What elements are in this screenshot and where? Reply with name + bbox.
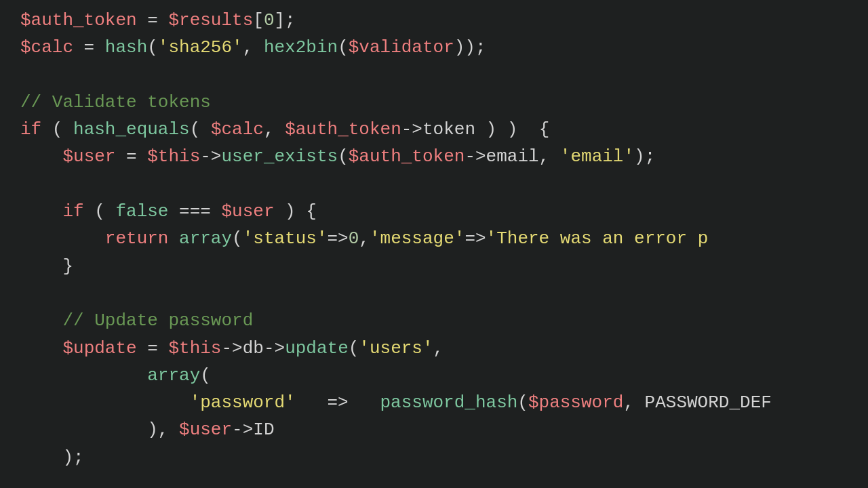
code-token: );	[20, 447, 84, 468]
code-token: return	[105, 228, 169, 249]
code-token: $auth_token	[285, 119, 401, 140]
code-token: ,	[264, 119, 285, 140]
code-line-line2: $calc = hash('sha256', hex2bin($validato…	[20, 34, 848, 61]
code-token: 'status'	[243, 228, 328, 249]
code-token: token	[422, 119, 475, 140]
code-line-line5: $user = $this->user_exists($auth_token->…	[20, 143, 848, 170]
code-token: ,	[243, 37, 264, 58]
code-token	[20, 365, 147, 386]
code-token: (	[84, 201, 116, 222]
code-line-line1: $auth_token = $results[0];	[20, 7, 848, 34]
code-token: $auth_token	[349, 146, 465, 167]
code-token: ===	[168, 201, 221, 222]
code-token: update	[285, 338, 349, 359]
code-line-line14: );	[20, 444, 848, 471]
code-token: ) {	[275, 201, 317, 222]
empty-line	[20, 62, 848, 89]
code-token: if	[20, 119, 41, 140]
code-token: ->	[264, 338, 285, 359]
code-token	[168, 228, 179, 249]
code-token	[20, 392, 190, 413]
code-token: =	[137, 10, 169, 30]
code-token: ) )	[475, 119, 517, 140]
code-token: ,	[359, 228, 370, 249]
code-token: 'message'	[370, 228, 465, 249]
code-token: hash_equals	[73, 119, 190, 140]
code-token: 'password'	[190, 392, 296, 413]
code-token: ->	[465, 146, 486, 167]
code-token: password_hash	[359, 392, 517, 413]
code-token: ));	[454, 37, 486, 58]
code-token: false	[115, 201, 168, 222]
code-token: ),	[20, 420, 179, 440]
code-token: ->	[401, 119, 422, 140]
code-token: (	[200, 365, 211, 386]
code-token: {	[517, 119, 549, 140]
code-token: 'users'	[359, 338, 433, 359]
code-token: (	[338, 37, 349, 58]
code-token: }	[20, 256, 73, 277]
code-token: =>	[328, 228, 349, 249]
code-token: $user	[62, 146, 115, 167]
code-token: =>	[465, 228, 486, 249]
code-token: PASSWORD_DEF	[645, 392, 772, 413]
code-line-line9: // Update password	[20, 307, 848, 334]
code-token	[20, 310, 62, 331]
code-token: array	[147, 365, 200, 386]
code-line-line12: 'password' => password_hash($password, P…	[20, 389, 848, 416]
code-line-line11: array(	[20, 362, 848, 389]
code-token: hex2bin	[264, 37, 338, 58]
code-token: (	[338, 146, 349, 167]
code-token: ,	[433, 338, 444, 359]
code-token: 'sha256'	[158, 37, 243, 58]
code-token	[20, 146, 62, 167]
code-token: ->	[221, 338, 242, 359]
code-token: array	[179, 228, 232, 249]
code-token: hash	[105, 37, 147, 58]
code-token: ->	[200, 146, 221, 167]
code-token: $auth_token	[20, 10, 137, 30]
code-token: $calc	[211, 119, 264, 140]
code-token: =	[73, 37, 105, 58]
code-token: =	[115, 146, 147, 167]
code-token: (	[232, 228, 243, 249]
code-token: // Validate tokens	[20, 92, 211, 113]
code-line-line10: $update = $this->db->update('users',	[20, 335, 848, 362]
code-token: $this	[147, 146, 200, 167]
code-token: $user	[179, 420, 232, 440]
code-token: (	[349, 338, 359, 359]
code-token: (	[517, 392, 528, 413]
code-token: // Update password	[62, 310, 253, 331]
code-token: [	[253, 10, 264, 30]
code-token: ->	[232, 420, 253, 440]
code-line-line6: if ( false === $user ) {	[20, 198, 848, 225]
code-line-line3: // Validate tokens	[20, 89, 848, 116]
code-token	[20, 338, 62, 359]
code-token: if	[62, 201, 83, 222]
code-token: =>	[296, 392, 359, 413]
code-token: =	[137, 338, 169, 359]
code-token: $results	[168, 10, 253, 30]
code-token: ,	[623, 392, 644, 413]
code-token: ID	[253, 420, 274, 440]
code-token: $calc	[20, 37, 73, 58]
empty-line	[20, 171, 848, 198]
code-token: $update	[62, 338, 136, 359]
code-token: (	[190, 119, 211, 140]
empty-line	[20, 280, 848, 307]
code-token: $this	[168, 338, 221, 359]
code-token	[20, 201, 62, 222]
code-block: $auth_token = $results[0];$calc = hash('…	[20, 7, 848, 471]
code-token: 'email'	[560, 146, 634, 167]
code-line-line8: }	[20, 253, 848, 280]
code-token: (	[147, 37, 158, 58]
code-line-line13: ), $user->ID	[20, 416, 848, 443]
code-token: (	[41, 119, 73, 140]
code-editor: $auth_token = $results[0];$calc = hash('…	[0, 0, 868, 488]
code-token: email	[486, 146, 539, 167]
code-token: $password	[528, 392, 623, 413]
code-token: $validator	[349, 37, 454, 58]
code-line-line7: return array('status'=>0,'message'=>'The…	[20, 225, 848, 252]
code-token: 'There was an error p	[486, 228, 709, 249]
code-token	[20, 228, 105, 249]
